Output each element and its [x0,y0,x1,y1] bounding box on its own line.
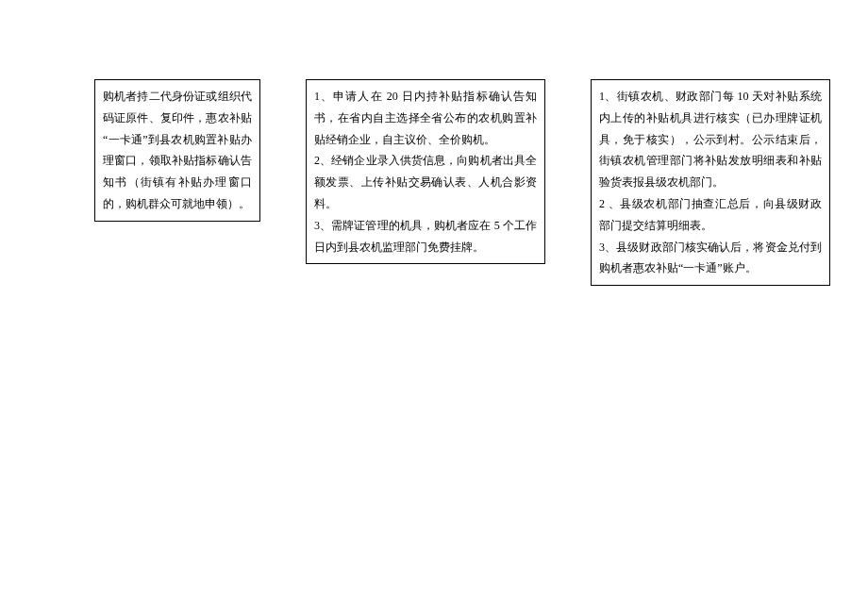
box3-line1: 1、街镇农机、财政部门每 10 天对补贴系统内上传的补贴机具进行核实（已办理牌证… [599,86,822,193]
box2-line1: 1、申请人在 20 日内持补贴指标确认告知书，在省内自主选择全省公布的农机购置补… [314,86,537,150]
box1-text: 购机者持二代身份证或组织代码证原件、复印件，惠农补贴“一卡通”到县农机购置补贴办… [103,86,252,215]
process-box-3: 1、街镇农机、财政部门每 10 天对补贴系统内上传的补贴机具进行核实（已办理牌证… [591,79,830,286]
box2-line3: 3、需牌证管理的机具，购机者应在 5 个工作日内到县农机监理部门免费挂牌。 [314,215,537,258]
box3-line3: 3、县级财政部门核实确认后，将资金兑付到购机者惠农补贴“一卡通”账户。 [599,237,822,280]
box2-line2: 2、经销企业录入供货信息，向购机者出具全额发票、上传补贴交易确认表、人机合影资料… [314,150,537,214]
document-container: 购机者持二代身份证或组织代码证原件、复印件，惠农补贴“一卡通”到县农机购置补贴办… [0,0,868,286]
process-box-2: 1、申请人在 20 日内持补贴指标确认告知书，在省内自主选择全省公布的农机购置补… [306,79,545,264]
box3-line2: 2 、县级农机部门抽查汇总后，向县级财政部门提交结算明细表。 [599,193,822,237]
process-box-1: 购机者持二代身份证或组织代码证原件、复印件，惠农补贴“一卡通”到县农机购置补贴办… [94,79,260,222]
